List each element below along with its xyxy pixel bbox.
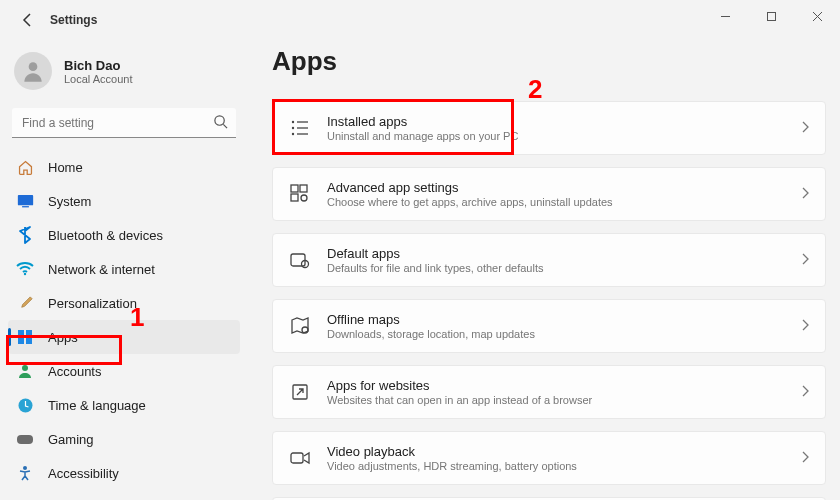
card-title: Apps for websites bbox=[327, 378, 801, 393]
svg-point-22 bbox=[292, 133, 294, 135]
svg-rect-25 bbox=[300, 185, 307, 192]
sidebar-item-bluetooth[interactable]: Bluetooth & devices bbox=[8, 218, 240, 252]
svg-line-6 bbox=[223, 124, 227, 128]
profile-name: Bich Dao bbox=[64, 58, 133, 73]
svg-rect-32 bbox=[291, 453, 303, 463]
home-icon bbox=[16, 158, 34, 176]
bluetooth-icon bbox=[16, 226, 34, 244]
default-apps-icon bbox=[289, 249, 311, 271]
card-title: Default apps bbox=[327, 246, 801, 261]
card-offline-maps[interactable]: Offline mapsDownloads, storage location,… bbox=[272, 299, 826, 353]
chevron-right-icon bbox=[801, 119, 809, 137]
close-button[interactable] bbox=[794, 0, 840, 32]
sidebar-item-label: Gaming bbox=[48, 432, 94, 447]
globe-clock-icon bbox=[16, 396, 34, 414]
app-title: Settings bbox=[50, 13, 97, 27]
map-icon bbox=[289, 315, 311, 337]
chevron-right-icon bbox=[801, 317, 809, 335]
card-sub: Downloads, storage location, map updates bbox=[327, 328, 801, 340]
search-box[interactable] bbox=[12, 108, 236, 138]
sidebar-item-label: Time & language bbox=[48, 398, 146, 413]
apps-icon bbox=[16, 328, 34, 346]
sidebar-item-label: Accounts bbox=[48, 364, 101, 379]
chevron-right-icon bbox=[801, 185, 809, 203]
open-external-icon bbox=[289, 381, 311, 403]
card-sub: Choose where to get apps, archive apps, … bbox=[327, 196, 801, 208]
sidebar-item-network[interactable]: Network & internet bbox=[8, 252, 240, 286]
svg-rect-7 bbox=[17, 195, 32, 205]
sidebar-item-time[interactable]: Time & language bbox=[8, 388, 240, 422]
svg-point-14 bbox=[22, 365, 28, 371]
profile-sub: Local Account bbox=[64, 73, 133, 85]
card-sub: Websites that can open in an app instead… bbox=[327, 394, 801, 406]
profile-block[interactable]: Bich Dao Local Account bbox=[8, 44, 240, 104]
back-button[interactable] bbox=[12, 4, 44, 36]
card-video-playback[interactable]: Video playbackVideo adjustments, HDR str… bbox=[272, 431, 826, 485]
card-title: Installed apps bbox=[327, 114, 801, 129]
chevron-right-icon bbox=[801, 251, 809, 269]
svg-rect-10 bbox=[18, 330, 24, 336]
card-apps-for-websites[interactable]: Apps for websitesWebsites that can open … bbox=[272, 365, 826, 419]
svg-point-27 bbox=[301, 195, 307, 201]
svg-point-5 bbox=[215, 116, 224, 125]
sidebar-item-label: Apps bbox=[48, 330, 78, 345]
apps-gear-icon bbox=[289, 183, 311, 205]
svg-rect-13 bbox=[26, 338, 32, 344]
sidebar-item-accounts[interactable]: Accounts bbox=[8, 354, 240, 388]
card-installed-apps[interactable]: Installed appsUninstall and manage apps … bbox=[272, 101, 826, 155]
sidebar-item-label: Bluetooth & devices bbox=[48, 228, 163, 243]
svg-rect-1 bbox=[767, 12, 775, 20]
person-icon bbox=[16, 362, 34, 380]
card-advanced-app-settings[interactable]: Advanced app settingsChoose where to get… bbox=[272, 167, 826, 221]
svg-rect-26 bbox=[291, 194, 298, 201]
sidebar-item-label: Accessibility bbox=[48, 466, 119, 481]
sidebar-item-personalization[interactable]: Personalization bbox=[8, 286, 240, 320]
svg-rect-8 bbox=[22, 206, 29, 207]
maximize-button[interactable] bbox=[748, 0, 794, 32]
sidebar-item-home[interactable]: Home bbox=[8, 150, 240, 184]
page-title: Apps bbox=[272, 46, 826, 77]
accessibility-icon bbox=[16, 464, 34, 482]
chevron-right-icon bbox=[801, 449, 809, 467]
card-title: Advanced app settings bbox=[327, 180, 801, 195]
annotation-number-2: 2 bbox=[528, 74, 542, 105]
gamepad-icon bbox=[16, 430, 34, 448]
search-input[interactable] bbox=[12, 108, 236, 138]
card-default-apps[interactable]: Default appsDefaults for file and link t… bbox=[272, 233, 826, 287]
sidebar-item-gaming[interactable]: Gaming bbox=[8, 422, 240, 456]
svg-rect-12 bbox=[18, 338, 24, 344]
svg-point-20 bbox=[292, 127, 294, 129]
svg-point-18 bbox=[292, 121, 294, 123]
chevron-right-icon bbox=[801, 383, 809, 401]
card-title: Offline maps bbox=[327, 312, 801, 327]
svg-rect-24 bbox=[291, 185, 298, 192]
minimize-button[interactable] bbox=[702, 0, 748, 32]
sidebar-item-system[interactable]: System bbox=[8, 184, 240, 218]
svg-rect-11 bbox=[26, 330, 32, 336]
svg-point-4 bbox=[29, 62, 38, 71]
card-sub: Video adjustments, HDR streaming, batter… bbox=[327, 460, 801, 472]
sidebar-item-accessibility[interactable]: Accessibility bbox=[8, 456, 240, 490]
svg-point-17 bbox=[23, 466, 27, 470]
system-icon bbox=[16, 192, 34, 210]
avatar-icon bbox=[14, 52, 52, 90]
card-sub: Uninstall and manage apps on your PC bbox=[327, 130, 801, 142]
card-sub: Defaults for file and link types, other … bbox=[327, 262, 801, 274]
sidebar: Bich Dao Local Account Home System Bluet… bbox=[0, 40, 248, 500]
main-content: Apps Installed appsUninstall and manage … bbox=[248, 40, 840, 500]
svg-rect-16 bbox=[17, 435, 33, 444]
list-icon bbox=[289, 117, 311, 139]
sidebar-item-label: System bbox=[48, 194, 91, 209]
video-icon bbox=[289, 447, 311, 469]
paintbrush-icon bbox=[16, 294, 34, 312]
sidebar-item-label: Personalization bbox=[48, 296, 137, 311]
sidebar-item-apps[interactable]: Apps bbox=[8, 320, 240, 354]
svg-point-9 bbox=[24, 273, 26, 275]
sidebar-item-label: Network & internet bbox=[48, 262, 155, 277]
search-icon bbox=[213, 114, 228, 133]
card-title: Video playback bbox=[327, 444, 801, 459]
sidebar-item-label: Home bbox=[48, 160, 83, 175]
svg-rect-28 bbox=[291, 254, 305, 266]
annotation-number-1: 1 bbox=[130, 302, 144, 333]
wifi-icon bbox=[16, 260, 34, 278]
